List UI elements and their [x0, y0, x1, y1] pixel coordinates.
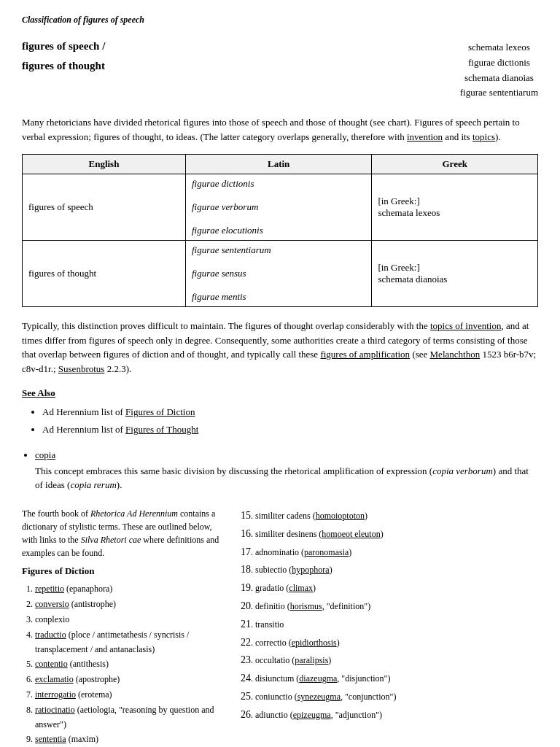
invention-link[interactable]: invention [407, 131, 443, 142]
see-also-title: See Also [22, 387, 538, 399]
copia-rerum: copia rerum [70, 479, 116, 490]
header-thought: figures of thought [22, 60, 105, 72]
list-item: repetitio (epanaphora) [35, 582, 226, 597]
col-greek: Greek [372, 155, 538, 174]
main-body-1: Typically, this distinction proves diffi… [22, 320, 430, 331]
copia-list-item: copia This concept embraces this same ba… [35, 449, 538, 492]
epizeugma-link[interactable]: epizeugma [293, 710, 331, 720]
susenbrotus-link[interactable]: Susenbrotus [58, 363, 105, 374]
schemata-lexeos: schemata lexeos [460, 40, 538, 55]
figures-diction-link[interactable]: Figures of Diction [125, 406, 195, 417]
bottom-left-panel: The fourth book of Rhetorica Ad Herenniu… [22, 507, 226, 747]
greek-thought: [in Greek:]schemata dianoias [372, 241, 538, 307]
list-item: traductio (ploce / antimetathesis / sync… [35, 628, 226, 657]
see-also-section: See Also Ad Herennium list of Figures of… [22, 387, 538, 438]
figures-thought-link[interactable]: Figures of Thought [125, 424, 198, 435]
ratiocinatio-link[interactable]: ratiocinatio [35, 705, 75, 715]
page-title: Classification of figures of speech [22, 15, 538, 26]
list-item: Ad Herennium list of Figures of Diction [42, 403, 538, 420]
list-item: 26. adiunctio (epizeugma, "adjunction") [241, 706, 538, 724]
list-item: conversio (antistrophe) [35, 597, 226, 612]
english-thought: figures of thought [23, 241, 186, 307]
main-body-3: (see [410, 349, 429, 360]
figurae-dictionis-header: figurae dictionis [460, 55, 538, 71]
copia-section: copia This concept embraces this same ba… [22, 449, 538, 492]
synezeugma-link[interactable]: synezeugma [298, 692, 341, 702]
list-item: sententia (maxim) [35, 732, 226, 747]
list-item: 23. occultatio (paralipsis) [241, 651, 538, 669]
bottom-intro-text: The fourth book of Rhetorica Ad Herenniu… [22, 507, 226, 560]
traductio-link[interactable]: traductio [35, 630, 66, 640]
list-item: 16. similiter desinens (homoeot eleuton) [241, 525, 538, 543]
diazeugma-link[interactable]: diazeugma [299, 673, 337, 684]
copia-link[interactable]: copia [35, 449, 55, 460]
intro-paragraph: Many rhetoricians have divided rhetorica… [22, 115, 538, 144]
figurae-sententiarum-header: figurae sententiarum [460, 85, 538, 101]
latin-thought: figurae sententiarum figurae sensus figu… [185, 241, 372, 307]
intro-text-3: ). [495, 131, 501, 142]
col-english: English [23, 155, 186, 174]
paronomasia-link[interactable]: paronomasia [304, 547, 349, 557]
left-headers: figures of speech / figures of thought [22, 40, 105, 72]
schemata-dianoias: schemata dianoias [460, 71, 538, 86]
list-item: 22. correctio (epidiorthosis) [241, 634, 538, 651]
exclamatio-link[interactable]: exclamatio [35, 674, 74, 684]
homoioptoton-link[interactable]: homoioptoton [316, 511, 365, 521]
list-item: 15. similiter cadens (homoioptoton) [241, 507, 538, 525]
figures-diction-list: repetitio (epanaphora) conversio (antist… [22, 582, 226, 747]
header-section: figures of speech / figures of thought s… [22, 40, 538, 101]
list-item: exclamatio (apostrophe) [35, 673, 226, 687]
main-body-5: 2.2.3). [104, 363, 131, 374]
header-speech: figures of speech / [22, 40, 105, 53]
topics-invention-link[interactable]: topics of invention [430, 320, 502, 331]
epidiorthosis-link[interactable]: epidiorthosis [292, 638, 337, 648]
list-item: 25. coniunctio (synezeugma, "conjunction… [241, 688, 538, 705]
bottom-right-panel: 15. similiter cadens (homoioptoton) 16. … [241, 507, 538, 747]
copia-verborum: copia verborum [432, 465, 493, 476]
list-item: 24. disiunctum (diazeugma, "disjunction"… [241, 670, 538, 687]
silva-title: Silva Rhetori cae [81, 535, 141, 545]
climax-link[interactable]: climax [289, 583, 313, 593]
list-item: 21. transitio [241, 616, 538, 633]
list-item: 20. definitio (horismus, "definition") [241, 597, 538, 615]
melanchthon-link[interactable]: Melanchthon [430, 349, 481, 360]
table-row-thought: figures of thought figurae sententiarum … [23, 241, 538, 307]
sententia-link[interactable]: sententia [35, 734, 66, 744]
paralipsis-link[interactable]: paralipsis [295, 655, 328, 665]
copia-description: This concept embraces this same basic di… [35, 464, 538, 492]
classification-table: English Latin Greek figures of speech fi… [22, 154, 538, 307]
rhetorica-title: Rhetorica Ad Herennium [90, 508, 178, 519]
latin-speech: figurae dictionis figurae verborum figur… [185, 174, 372, 241]
list-item: conplexio [35, 613, 226, 627]
copia-text-1: This concept embraces this same basic di… [35, 465, 432, 476]
list-item: 17. adnominatio (paronomasia) [241, 543, 538, 561]
right-headers: schemata lexeos figurae dictionis schema… [460, 40, 538, 101]
repetitio-link[interactable]: repetitio [35, 584, 64, 594]
list-item: ratiocinatio (aetiologia, "reasoning by … [35, 703, 226, 732]
list-item: interrogatio (erotema) [35, 688, 226, 703]
col-latin: Latin [185, 155, 372, 174]
list-item: contentio (antithesis) [35, 657, 226, 672]
list-item: 18. subiectio (hypophora) [241, 561, 538, 578]
table-row-speech: figures of speech figurae dictionis figu… [23, 174, 538, 241]
hypophora-link[interactable]: hypophora [292, 565, 329, 575]
list-item: Ad Herennium list of Figures of Thought [42, 421, 538, 438]
right-figures-list: 15. similiter cadens (homoioptoton) 16. … [241, 507, 538, 724]
contentio-link[interactable]: contentio [35, 659, 68, 669]
main-body-paragraph: Typically, this distinction proves diffi… [22, 319, 538, 376]
see-also-list: Ad Herennium list of Figures of Diction … [22, 403, 538, 438]
homoeot-link[interactable]: homoeot eleuton [322, 529, 380, 539]
intro-text-2: and its [443, 131, 472, 142]
copia-text-3: ). [117, 479, 122, 490]
interrogatio-link[interactable]: interrogatio [35, 689, 76, 700]
horismus-link[interactable]: horismus [290, 601, 322, 611]
conversio-link[interactable]: conversio [35, 599, 69, 609]
amplification-link[interactable]: figures of amplification [320, 349, 410, 360]
topics-link[interactable]: topics [472, 131, 495, 142]
bottom-section: The fourth book of Rhetorica Ad Herenniu… [22, 507, 538, 747]
greek-speech: [in Greek:]schemata lexeos [372, 174, 538, 241]
figures-diction-header: Figures of Diction [22, 564, 226, 578]
english-speech: figures of speech [23, 174, 186, 241]
list-item: 19. gradatio (climax) [241, 579, 538, 597]
